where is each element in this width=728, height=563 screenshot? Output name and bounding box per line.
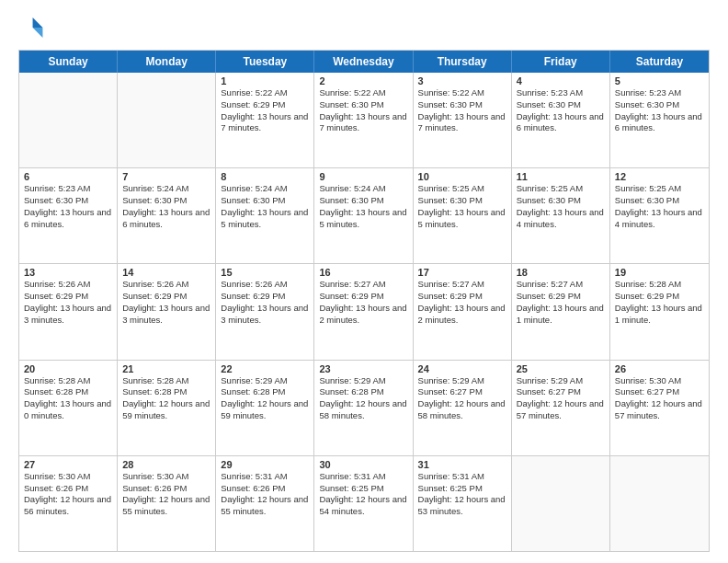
daylight-text: Daylight: 12 hours and 56 minutes. bbox=[24, 494, 112, 518]
daylight-text: Daylight: 13 hours and 7 minutes. bbox=[319, 111, 407, 135]
calendar-day-1: 1Sunrise: 5:22 AMSunset: 6:29 PMDaylight… bbox=[216, 73, 314, 167]
day-number: 10 bbox=[418, 171, 506, 182]
calendar-day-7: 7Sunrise: 5:24 AMSunset: 6:30 PMDaylight… bbox=[118, 168, 216, 263]
sunrise-text: Sunrise: 5:22 AM bbox=[319, 87, 407, 99]
calendar-week-3: 13Sunrise: 5:26 AMSunset: 6:29 PMDayligh… bbox=[19, 264, 709, 360]
sunrise-text: Sunrise: 5:26 AM bbox=[24, 279, 112, 291]
logo-icon bbox=[18, 15, 44, 40]
sunset-text: Sunset: 6:29 PM bbox=[221, 99, 309, 111]
calendar-day-11: 11Sunrise: 5:25 AMSunset: 6:30 PMDayligh… bbox=[512, 168, 610, 263]
sunset-text: Sunset: 6:30 PM bbox=[615, 195, 704, 207]
calendar-week-1: 1Sunrise: 5:22 AMSunset: 6:29 PMDaylight… bbox=[19, 73, 709, 168]
sunrise-text: Sunrise: 5:27 AM bbox=[517, 279, 605, 291]
sunset-text: Sunset: 6:30 PM bbox=[319, 99, 407, 111]
day-number: 24 bbox=[418, 363, 506, 374]
daylight-text: Daylight: 13 hours and 6 minutes. bbox=[517, 111, 605, 135]
sunrise-text: Sunrise: 5:28 AM bbox=[615, 279, 704, 291]
sunrise-text: Sunrise: 5:28 AM bbox=[24, 375, 112, 387]
sunset-text: Sunset: 6:30 PM bbox=[418, 99, 506, 111]
calendar-day-9: 9Sunrise: 5:24 AMSunset: 6:30 PMDaylight… bbox=[314, 168, 413, 263]
daylight-text: Daylight: 13 hours and 5 minutes. bbox=[221, 207, 309, 231]
sunrise-text: Sunrise: 5:22 AM bbox=[418, 87, 506, 99]
calendar-empty-cell bbox=[610, 456, 709, 551]
sunrise-text: Sunrise: 5:24 AM bbox=[122, 183, 210, 195]
svg-marker-1 bbox=[33, 28, 43, 38]
day-number: 2 bbox=[319, 75, 407, 86]
daylight-text: Daylight: 13 hours and 2 minutes. bbox=[418, 303, 506, 327]
sunset-text: Sunset: 6:30 PM bbox=[517, 195, 605, 207]
day-number: 14 bbox=[122, 267, 210, 278]
day-number: 26 bbox=[615, 363, 704, 374]
calendar-day-15: 15Sunrise: 5:26 AMSunset: 6:29 PMDayligh… bbox=[216, 264, 314, 359]
header-day-monday: Monday bbox=[118, 51, 216, 73]
sunset-text: Sunset: 6:29 PM bbox=[418, 291, 506, 303]
sunset-text: Sunset: 6:29 PM bbox=[319, 291, 407, 303]
sunrise-text: Sunrise: 5:26 AM bbox=[221, 279, 309, 291]
sunset-text: Sunset: 6:29 PM bbox=[221, 291, 309, 303]
daylight-text: Daylight: 13 hours and 7 minutes. bbox=[221, 111, 309, 135]
daylight-text: Daylight: 13 hours and 3 minutes. bbox=[24, 303, 112, 327]
daylight-text: Daylight: 13 hours and 3 minutes. bbox=[221, 303, 309, 327]
day-number: 7 bbox=[122, 171, 210, 182]
sunset-text: Sunset: 6:30 PM bbox=[221, 195, 309, 207]
day-number: 8 bbox=[221, 171, 309, 182]
day-number: 16 bbox=[319, 267, 407, 278]
calendar-day-4: 4Sunrise: 5:23 AMSunset: 6:30 PMDaylight… bbox=[512, 73, 610, 167]
daylight-text: Daylight: 12 hours and 55 minutes. bbox=[122, 494, 210, 518]
day-number: 5 bbox=[615, 75, 704, 86]
daylight-text: Daylight: 12 hours and 59 minutes. bbox=[221, 398, 309, 422]
sunset-text: Sunset: 6:26 PM bbox=[221, 483, 309, 495]
header bbox=[18, 15, 710, 40]
sunset-text: Sunset: 6:25 PM bbox=[418, 483, 506, 495]
sunset-text: Sunset: 6:29 PM bbox=[122, 291, 210, 303]
day-number: 13 bbox=[24, 267, 112, 278]
daylight-text: Daylight: 13 hours and 1 minute. bbox=[615, 303, 704, 327]
page: SundayMondayTuesdayWednesdayThursdayFrid… bbox=[0, 0, 728, 563]
calendar-empty-cell bbox=[512, 456, 610, 551]
header-day-friday: Friday bbox=[512, 51, 610, 73]
calendar-day-3: 3Sunrise: 5:22 AMSunset: 6:30 PMDaylight… bbox=[414, 73, 512, 167]
daylight-text: Daylight: 13 hours and 2 minutes. bbox=[319, 303, 407, 327]
daylight-text: Daylight: 13 hours and 0 minutes. bbox=[24, 398, 112, 422]
daylight-text: Daylight: 13 hours and 5 minutes. bbox=[319, 207, 407, 231]
calendar-day-21: 21Sunrise: 5:28 AMSunset: 6:28 PMDayligh… bbox=[118, 361, 216, 455]
sunrise-text: Sunrise: 5:31 AM bbox=[221, 471, 309, 483]
sunset-text: Sunset: 6:29 PM bbox=[615, 291, 704, 303]
sunrise-text: Sunrise: 5:29 AM bbox=[319, 375, 407, 387]
calendar-day-29: 29Sunrise: 5:31 AMSunset: 6:26 PMDayligh… bbox=[216, 456, 314, 551]
calendar-day-23: 23Sunrise: 5:29 AMSunset: 6:28 PMDayligh… bbox=[314, 361, 413, 455]
day-number: 9 bbox=[319, 171, 407, 182]
calendar-day-2: 2Sunrise: 5:22 AMSunset: 6:30 PMDaylight… bbox=[314, 73, 413, 167]
calendar-day-5: 5Sunrise: 5:23 AMSunset: 6:30 PMDaylight… bbox=[610, 73, 709, 167]
daylight-text: Daylight: 13 hours and 4 minutes. bbox=[615, 207, 704, 231]
calendar: SundayMondayTuesdayWednesdayThursdayFrid… bbox=[18, 50, 710, 552]
day-number: 28 bbox=[122, 459, 210, 470]
calendar-week-2: 6Sunrise: 5:23 AMSunset: 6:30 PMDaylight… bbox=[19, 168, 709, 264]
calendar-day-14: 14Sunrise: 5:26 AMSunset: 6:29 PMDayligh… bbox=[118, 264, 216, 359]
calendar-day-19: 19Sunrise: 5:28 AMSunset: 6:29 PMDayligh… bbox=[610, 264, 709, 359]
sunrise-text: Sunrise: 5:31 AM bbox=[319, 471, 407, 483]
sunset-text: Sunset: 6:30 PM bbox=[24, 195, 112, 207]
calendar-day-26: 26Sunrise: 5:30 AMSunset: 6:27 PMDayligh… bbox=[610, 361, 709, 455]
sunset-text: Sunset: 6:29 PM bbox=[24, 291, 112, 303]
sunrise-text: Sunrise: 5:31 AM bbox=[418, 471, 506, 483]
sunrise-text: Sunrise: 5:27 AM bbox=[319, 279, 407, 291]
sunrise-text: Sunrise: 5:24 AM bbox=[221, 183, 309, 195]
daylight-text: Daylight: 13 hours and 5 minutes. bbox=[418, 207, 506, 231]
calendar-day-6: 6Sunrise: 5:23 AMSunset: 6:30 PMDaylight… bbox=[19, 168, 118, 263]
day-number: 19 bbox=[615, 267, 704, 278]
day-number: 15 bbox=[221, 267, 309, 278]
daylight-text: Daylight: 13 hours and 6 minutes. bbox=[615, 111, 704, 135]
sunset-text: Sunset: 6:30 PM bbox=[319, 195, 407, 207]
day-number: 21 bbox=[122, 363, 210, 374]
daylight-text: Daylight: 12 hours and 55 minutes. bbox=[221, 494, 309, 518]
daylight-text: Daylight: 12 hours and 58 minutes. bbox=[319, 398, 407, 422]
calendar-week-4: 20Sunrise: 5:28 AMSunset: 6:28 PMDayligh… bbox=[19, 361, 709, 456]
sunset-text: Sunset: 6:27 PM bbox=[615, 386, 704, 398]
calendar-week-5: 27Sunrise: 5:30 AMSunset: 6:26 PMDayligh… bbox=[19, 456, 709, 551]
sunset-text: Sunset: 6:28 PM bbox=[122, 386, 210, 398]
sunrise-text: Sunrise: 5:30 AM bbox=[24, 471, 112, 483]
daylight-text: Daylight: 12 hours and 57 minutes. bbox=[517, 398, 605, 422]
daylight-text: Daylight: 13 hours and 6 minutes. bbox=[122, 207, 210, 231]
sunrise-text: Sunrise: 5:25 AM bbox=[615, 183, 704, 195]
